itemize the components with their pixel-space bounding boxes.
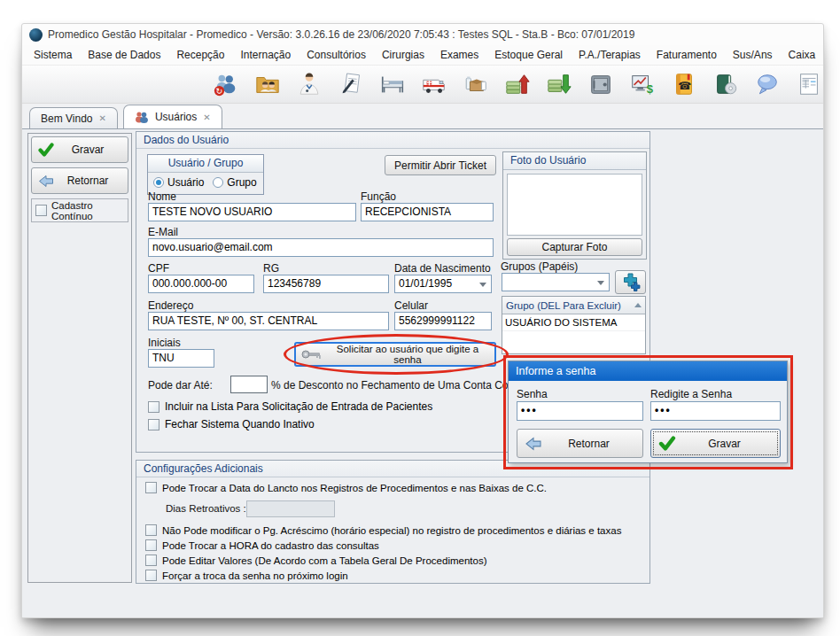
incluir-lista-checkbox[interactable] — [148, 401, 159, 413]
rg-input[interactable]: 123456789 — [263, 275, 389, 293]
grupos-combo-dropdown-icon[interactable] — [597, 281, 604, 285]
menu-item-caixa[interactable]: Caixa — [781, 46, 823, 64]
config-option-1[interactable]: Não Pode modificar o Pg. Acréscimo (horá… — [145, 524, 621, 536]
menu-item-recep-o[interactable]: Recepção — [168, 46, 232, 64]
safe-icon[interactable] — [586, 69, 615, 99]
endereco-label: Endereço — [148, 299, 193, 312]
config-checkbox-2[interactable] — [145, 539, 157, 551]
fechar-sistema-option[interactable]: Fechar Sistema Quando Inativo — [148, 418, 315, 430]
tab-close-icon[interactable]: ✕ — [203, 112, 210, 122]
config-option-2[interactable]: Pode Trocar a HORA do cadastro das consu… — [145, 539, 379, 551]
menu-item-interna-o[interactable]: Internação — [232, 46, 299, 64]
config-checkbox-1[interactable] — [145, 524, 157, 536]
finance-icon[interactable]: $ — [627, 69, 657, 99]
grupos-combo[interactable] — [502, 273, 610, 291]
permitir-abrir-ticket-button[interactable]: Permitir Abrir Ticket — [385, 155, 496, 175]
endereco-input[interactable]: RUA TESTE, Nº 00, ST. CENTRAL — [148, 312, 389, 330]
menu-item-sus-ans[interactable]: Sus/Ans — [725, 46, 781, 64]
report-icon[interactable] — [794, 69, 823, 99]
check-icon — [38, 143, 54, 157]
menu-item-estoque-geral[interactable]: Estoque Geral — [486, 46, 571, 64]
usuario-grupo-title: Usuário / Grupo — [148, 155, 263, 173]
money-up-icon[interactable] — [503, 69, 533, 99]
solicitar-senha-button[interactable]: Solicitar ao usuário que digite a senha — [294, 342, 496, 367]
dias-retroativos-input[interactable] — [246, 500, 335, 517]
add-grupo-button[interactable] — [615, 270, 646, 294]
capturar-foto-button[interactable]: Capturar Foto — [507, 238, 642, 256]
svg-text:☎: ☎ — [678, 80, 691, 92]
menu-item-faturamento[interactable]: Faturamento — [649, 46, 725, 64]
config-option-0[interactable]: Pode Trocar a Data do Lancto nos Registr… — [145, 482, 547, 493]
dialog-retornar-button[interactable]: Retornar — [517, 429, 643, 458]
radio-usuario-label: Usuário — [167, 176, 204, 189]
data-nascimento-label: Data de Nascimento — [394, 262, 491, 275]
main-toolbar: ↻ — [22, 65, 823, 104]
config-checkbox-0[interactable] — [145, 482, 157, 493]
cadastro-continuo-checkbox[interactable] — [35, 205, 47, 216]
informe-senha-dialog: Informe a senha Senha Redigite a Senha •… — [508, 361, 788, 463]
content-area: Gravar Retornar Cadastro Contínuo Dados … — [22, 128, 823, 617]
email-input[interactable]: novo.usuario@email.com — [148, 238, 494, 257]
config-option-4[interactable]: Forçar a troca da senha no próximo login — [145, 570, 348, 581]
funcao-label: Função — [361, 190, 396, 203]
date-dropdown-icon[interactable] — [479, 283, 486, 287]
data-nascimento-value: 01/01/1995 — [399, 277, 452, 290]
celular-input[interactable]: 5562999991122 — [394, 312, 492, 330]
gravar-button[interactable]: Gravar — [31, 136, 128, 163]
sort-asc-icon — [634, 303, 642, 307]
grupos-grid-header[interactable]: Grupo (DEL Para Excluir) — [502, 297, 645, 314]
nome-input[interactable]: TESTE NOVO USUARIO — [148, 203, 356, 221]
retornar-button[interactable]: Retornar — [31, 167, 128, 194]
config-checkbox-3[interactable] — [145, 555, 157, 566]
phonebook-icon[interactable]: ☎ — [669, 69, 698, 99]
ambulance-icon[interactable] — [420, 69, 449, 99]
supplies-icon[interactable] — [462, 69, 491, 99]
key-icon — [301, 348, 321, 361]
window-title: Promedico Gestão Hospitalar - Promedico … — [48, 28, 634, 41]
patients-folder-icon[interactable] — [253, 69, 283, 99]
radio-usuario[interactable] — [153, 177, 164, 188]
cadastro-continuo-option[interactable]: Cadastro Contínuo — [31, 198, 128, 222]
radio-grupo[interactable] — [213, 177, 223, 188]
menu-item-base-de-dados[interactable]: Base de Dados — [80, 46, 168, 64]
tab-close-icon[interactable]: ✕ — [98, 113, 105, 123]
chat-icon[interactable] — [752, 69, 782, 99]
doctor-icon[interactable] — [295, 69, 324, 99]
configuracoes-groupbox: Configurações Adicionais Pode Trocar a D… — [136, 460, 650, 584]
redigite-senha-input[interactable]: ••• — [650, 401, 781, 421]
tab-bem-vindo[interactable]: Bem Vindo ✕ — [29, 107, 118, 128]
data-nascimento-input[interactable]: 01/01/1995 — [394, 275, 492, 293]
celular-label: Celular — [394, 299, 428, 312]
config-option-3[interactable]: Pode Editar Valores (De Acordo com a Tab… — [145, 555, 486, 566]
iniciais-input[interactable]: TNU — [148, 349, 214, 368]
grupos-grid: Grupo (DEL Para Excluir) USUÁRIO DO SIST… — [502, 296, 646, 354]
tab-strip: Bem Vindo ✕ Usuários ✕ — [22, 104, 823, 128]
users-sync-icon[interactable]: ↻ — [212, 69, 241, 99]
menu-item-exames[interactable]: Exames — [432, 46, 486, 64]
grupo-row[interactable]: USUÁRIO DO SISTEMA — [502, 314, 645, 331]
desconto-input[interactable] — [230, 376, 268, 393]
contract-icon[interactable] — [337, 69, 366, 99]
config-label-2: Pode Trocar a HORA do cadastro das consu… — [162, 540, 379, 551]
dialog-gravar-button[interactable]: Gravar — [650, 429, 781, 458]
tab-usuarios-label: Usuários — [155, 111, 197, 123]
funcao-input[interactable]: RECEPCIONISTA — [361, 203, 494, 221]
config-checkbox-4[interactable] — [145, 570, 157, 581]
menu-item-sistema[interactable]: Sistema — [26, 46, 80, 64]
config-label-1: Não Pode modificar o Pg. Acréscimo (horá… — [162, 525, 621, 536]
menu-item-consult-rios[interactable]: Consultórios — [299, 46, 374, 64]
manual-icon[interactable] — [711, 69, 740, 99]
menu-item-cirurgias[interactable]: Cirurgias — [374, 46, 432, 64]
cpf-input[interactable]: 000.000.000-00 — [148, 275, 254, 293]
hospital-bed-icon[interactable] — [378, 69, 408, 99]
incluir-lista-option[interactable]: Incluir na Lista Para Solicitação de Ent… — [148, 400, 432, 413]
arrow-left-icon — [38, 175, 54, 188]
senha-input[interactable]: ••• — [517, 401, 643, 421]
add-group-icon — [620, 273, 642, 292]
money-down-icon[interactable] — [545, 69, 574, 99]
menu-item-p-a-terapias[interactable]: P.A./Terapias — [571, 46, 649, 64]
tab-usuarios[interactable]: Usuários ✕ — [123, 105, 222, 128]
config-label-4: Forçar a troca da senha no próximo login — [162, 570, 348, 581]
radio-grupo-label: Grupo — [227, 176, 256, 189]
fechar-sistema-checkbox[interactable] — [148, 419, 159, 430]
